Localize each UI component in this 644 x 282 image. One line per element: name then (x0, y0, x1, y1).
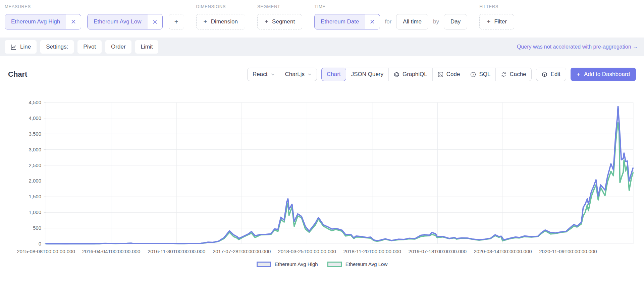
terminal-icon (438, 72, 443, 77)
graphql-icon (394, 72, 399, 77)
time-member-pill[interactable]: Ethereum Date (314, 14, 380, 29)
tab-sql-label: SQL (479, 71, 490, 78)
chart-type-button[interactable]: Line (5, 40, 37, 54)
y-tick-label: 2,500 (29, 162, 41, 168)
tab-code-label: Code (446, 71, 460, 78)
edit-label: Edit (551, 71, 560, 78)
tab-cache[interactable]: Cache (496, 68, 531, 81)
x-tick-label: 2018-03-25T00:00:00.000 (278, 249, 336, 254)
dimensions-label: DIMENSIONS (196, 4, 245, 9)
x-tick-label: 2017-07-28T00:00:00.000 (213, 249, 271, 254)
line-chart-icon (10, 44, 17, 50)
tab-sql[interactable]: ? SQL (465, 68, 496, 81)
library-value: Chart.js (285, 71, 305, 78)
y-tick-label: 4,000 (29, 115, 41, 121)
tab-code[interactable]: Code (433, 68, 466, 81)
y-tick-label: 2,000 (29, 178, 41, 184)
tab-graphiql[interactable]: GraphiQL (389, 68, 433, 81)
dimensions-section: DIMENSIONS + Dimension (196, 4, 245, 29)
edit-button[interactable]: Edit (536, 68, 566, 81)
measures-section: MEASURES Ethereum Avg High Ethereum Avg … (5, 4, 184, 29)
chart-area: 05001,0001,5002,0002,5003,0003,5004,0004… (8, 92, 636, 267)
measure-pill-label[interactable]: Ethereum Avg Low (88, 14, 147, 29)
measure-pill-label[interactable]: Ethereum Avg High (5, 14, 66, 29)
pivot-button[interactable]: Pivot (77, 40, 102, 54)
close-icon (71, 19, 76, 24)
order-button[interactable]: Order (105, 40, 131, 54)
query-builder: MEASURES Ethereum Avg High Ethereum Avg … (0, 0, 644, 38)
plus-icon: + (577, 71, 580, 78)
granularity-button[interactable]: Day (444, 14, 467, 29)
remove-measure-button[interactable] (66, 14, 81, 29)
tab-chart[interactable]: Chart (321, 68, 346, 81)
by-label: by (433, 18, 439, 25)
panel-actions: React Chart.js Chart JSON Query (247, 68, 636, 81)
y-tick-label: 1,000 (29, 209, 41, 215)
y-tick-label: 1,500 (29, 194, 41, 199)
y-tick-label: 3,000 (29, 147, 41, 152)
remove-time-button[interactable] (365, 14, 380, 29)
library-select[interactable]: Chart.js (280, 68, 317, 81)
measures-label: MEASURES (5, 4, 184, 9)
segment-label: SEGMENT (257, 4, 302, 9)
legend-swatch-low (327, 262, 342, 267)
view-tabs-group: Chart JSON Query GraphiQL (321, 68, 531, 81)
plus-icon: + (174, 18, 178, 26)
y-tick-label: 3,500 (29, 131, 41, 137)
add-measure-button[interactable]: + (169, 14, 184, 29)
add-segment-button[interactable]: + Segment (257, 14, 302, 29)
sync-icon (501, 72, 506, 77)
chart-panel: Chart React Chart.js Chart JSO (0, 56, 644, 267)
settings-label: Settings: (40, 40, 74, 54)
codesandbox-icon (542, 72, 547, 77)
remove-measure-button[interactable] (148, 14, 162, 29)
chart-type-label: Line (20, 44, 31, 50)
time-label: TIME (314, 4, 467, 9)
framework-value: React (253, 71, 267, 78)
segment-section: SEGMENT + Segment (257, 4, 302, 29)
y-tick-label: 500 (33, 225, 41, 231)
series-line-ethereum-avg-low (46, 123, 633, 244)
legend-item-avg-low[interactable]: Ethereum Avg Low (327, 261, 388, 267)
measure-pill-ethereum-avg-high[interactable]: Ethereum Avg High (5, 14, 81, 29)
date-range-button[interactable]: All time (396, 14, 428, 29)
limit-button[interactable]: Limit (135, 40, 159, 54)
x-tick-label: 2020-11-09T00:00:00.000 (539, 249, 597, 254)
x-tick-label: 2016-11-30T00:00:00.000 (148, 249, 205, 254)
x-tick-label: 2020-03-14T00:00:00.000 (474, 249, 532, 254)
tab-graphiql-label: GraphiQL (402, 71, 427, 78)
add-dimension-button[interactable]: + Dimension (196, 14, 245, 29)
plus-icon: + (265, 18, 268, 25)
chart-legend: Ethereum Avg High Ethereum Avg Low (8, 261, 636, 267)
add-to-dashboard-label: Add to Dashboard (584, 71, 630, 78)
add-to-dashboard-button[interactable]: + Add to Dashboard (571, 68, 636, 81)
y-tick-label: 0 (39, 241, 41, 246)
close-icon (153, 19, 157, 24)
time-section: TIME Ethereum Date for All time by Day (314, 4, 467, 29)
x-tick-label: 2016-04-04T00:00:00.000 (82, 249, 140, 254)
add-filter-button[interactable]: + Filter (479, 14, 514, 29)
preaggregation-link[interactable]: Query was not accelerated with pre-aggre… (517, 44, 639, 50)
for-label: for (385, 18, 391, 25)
legend-label-avg-high: Ethereum Avg High (275, 261, 318, 267)
plus-icon: + (204, 18, 207, 25)
legend-item-avg-high[interactable]: Ethereum Avg High (257, 261, 318, 267)
tab-cache-label: Cache (509, 71, 526, 78)
add-dimension-label: Dimension (211, 18, 238, 25)
x-tick-label: 2015-08-08T00:00:00.000 (17, 249, 75, 254)
framework-select[interactable]: React (248, 68, 280, 81)
series-line-ethereum-avg-high (46, 107, 633, 244)
y-tick-label: 4,500 (29, 99, 41, 105)
price-line-chart: 05001,0001,5002,0002,5003,0003,5004,0004… (8, 92, 636, 260)
plus-icon: + (487, 18, 490, 25)
measure-pill-ethereum-avg-low[interactable]: Ethereum Avg Low (87, 14, 162, 29)
time-member-label[interactable]: Ethereum Date (315, 14, 365, 29)
tab-json-query[interactable]: JSON Query (346, 68, 389, 81)
add-segment-label: Segment (272, 18, 295, 25)
x-tick-label: 2018-11-20T00:00:00.000 (343, 249, 401, 254)
add-filter-label: Filter (494, 18, 507, 25)
filters-label: FILTERS (479, 4, 514, 9)
chart-toolbar: Line Settings: Pivot Order Limit Query w… (0, 38, 644, 56)
legend-swatch-high (257, 262, 271, 267)
svg-text:?: ? (472, 73, 474, 76)
